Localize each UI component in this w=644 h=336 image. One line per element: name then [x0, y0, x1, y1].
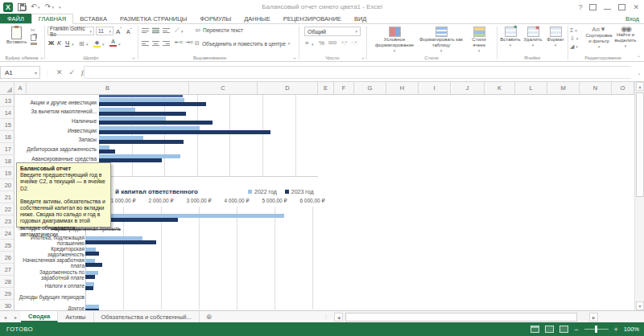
row-header-21[interactable]: 21 [0, 191, 14, 203]
expand-formula-bar-icon[interactable]: ⌄ [634, 66, 644, 79]
bold-button[interactable]: Ж [48, 39, 54, 47]
zoom-in-icon[interactable]: + [614, 326, 618, 334]
column-header-K[interactable]: K [485, 82, 515, 94]
increase-indent-icon[interactable]: ⇥≡ [185, 39, 193, 46]
row-header-13[interactable]: 13 [0, 95, 14, 107]
copy-icon[interactable] [31, 35, 36, 41]
insert-cells-button[interactable]: Вставить▾ [499, 27, 522, 48]
zoom-slider-thumb[interactable] [595, 326, 597, 333]
page-break-view-icon[interactable] [559, 326, 568, 333]
column-header-A[interactable]: A [14, 82, 27, 94]
decrease-font-icon[interactable]: Аˇ [126, 27, 131, 35]
currency-icon[interactable]: ¤ [305, 39, 308, 47]
wrap-text-button[interactable]: ⮒ Перенести текст [195, 27, 243, 33]
sort-filter-button[interactable]: АЯ▼ Сортировка и фильтр▾ [586, 27, 612, 50]
conditional-formatting-button[interactable]: Условное форматирование▾ [374, 27, 415, 54]
tab-insert[interactable]: ВСТАВКА [73, 14, 114, 23]
tab-page-layout[interactable]: РАЗМЕТКА СТРАНИЦЫ [114, 14, 193, 23]
number-format-select[interactable]: Общий▾ [304, 27, 361, 36]
row-header-28[interactable]: 28 [0, 276, 14, 288]
column-header-G[interactable]: G [354, 82, 386, 94]
increase-decimal-icon[interactable]: ⁺.⁰ [341, 40, 347, 46]
column-header-N[interactable]: N [580, 82, 612, 94]
increase-font-icon[interactable]: Аˆ [116, 27, 122, 35]
minimize-icon[interactable] [604, 9, 611, 10]
enter-formula-icon[interactable]: ✓ [69, 68, 76, 76]
name-box[interactable]: A1 ▾ [0, 66, 40, 79]
column-header-B[interactable]: B [27, 82, 189, 94]
scroll-up-icon[interactable]: ▲ [636, 82, 644, 91]
format-cells-button[interactable]: Формат▾ [544, 27, 567, 48]
help-button[interactable]: ? [578, 3, 582, 11]
tab-scroll-splitter[interactable]: ⋮ [323, 311, 329, 322]
row-header-23[interactable]: 23 [0, 215, 14, 227]
sheet-tab-active[interactable]: Сводка [21, 311, 58, 322]
fill-icon[interactable]: ⇩ ▾ [570, 35, 578, 42]
align-bottom-icon[interactable] [163, 27, 170, 34]
row-header-27[interactable]: 27 [0, 264, 14, 276]
fill-color-icon[interactable]: ◆ [93, 39, 101, 47]
row-header-26[interactable]: 26 [0, 252, 14, 264]
tab-review[interactable]: РЕЦЕНЗИРОВАНИЕ [277, 14, 348, 23]
clear-icon[interactable]: ◢ ▾ [570, 43, 578, 50]
font-name-select[interactable]: Franklin Gothic Bo▾ [47, 27, 94, 35]
alignment-dialog-launcher-icon[interactable]: ⌐ [293, 55, 296, 60]
sheet-nav-left-icon[interactable]: ◂ [0, 311, 10, 322]
maximize-icon[interactable] [618, 4, 625, 10]
comma-style-icon[interactable]: 000 [328, 40, 336, 45]
italic-button[interactable]: К [57, 39, 61, 47]
borders-icon[interactable]: ⊞ [79, 40, 85, 47]
cell-styles-button[interactable]: Стили ячеек▾ [465, 27, 493, 54]
align-top-icon[interactable] [142, 27, 149, 34]
zoom-out-icon[interactable]: − [574, 326, 578, 334]
tab-file[interactable]: ФАЙЛ [0, 14, 31, 23]
select-all-corner[interactable] [0, 82, 14, 94]
scroll-down-icon[interactable]: ▼ [636, 301, 644, 310]
align-right-icon[interactable] [163, 40, 170, 47]
font-dialog-launcher-icon[interactable]: ⌐ [132, 55, 135, 60]
page-layout-view-icon[interactable] [545, 326, 554, 333]
column-header-O[interactable]: O [612, 82, 634, 94]
row-header-17[interactable]: 17 [0, 143, 14, 155]
underline-button[interactable]: Ч [65, 39, 69, 47]
zoom-slider[interactable] [584, 329, 609, 330]
ribbon-display-options-icon[interactable] [589, 4, 597, 10]
align-middle-icon[interactable] [152, 27, 159, 34]
sheet-nav-right-icon[interactable]: ▸ [10, 311, 21, 322]
decrease-decimal-icon[interactable]: ⁻.⁰ [351, 40, 357, 46]
formula-input[interactable] [84, 66, 631, 79]
column-header-J[interactable]: J [451, 82, 485, 94]
font-color-icon[interactable]: А [109, 39, 117, 47]
normal-view-icon[interactable] [530, 326, 539, 333]
underline-caret-icon[interactable]: ▾ [72, 42, 74, 47]
decrease-indent-icon[interactable]: ⇤≡ [175, 39, 183, 46]
row-header-14[interactable]: 14 [0, 107, 14, 119]
align-left-icon[interactable] [142, 40, 149, 47]
format-as-table-button[interactable]: Форматировать как таблицу▾ [419, 27, 464, 54]
row-header-20[interactable]: 20 [0, 179, 14, 191]
tab-data[interactable]: ДАННЫЕ [237, 14, 277, 23]
merge-center-button[interactable]: ⊟ Объединить и поместить в центре ▾ [195, 40, 290, 47]
scroll-left-icon[interactable]: ◀ [334, 313, 343, 322]
horizontal-scroll-thumb[interactable] [345, 313, 577, 322]
row-header-18[interactable]: 18 [0, 155, 14, 167]
row-header-30[interactable]: 30 [0, 300, 14, 310]
vertical-scroll-thumb[interactable] [636, 92, 644, 197]
column-header-L[interactable]: L [515, 82, 547, 94]
name-box-caret-icon[interactable]: ▾ [35, 70, 37, 76]
column-header-C[interactable]: C [189, 82, 258, 94]
column-header-D[interactable]: D [258, 82, 318, 94]
cancel-formula-icon[interactable]: ✕ [56, 68, 63, 76]
row-header-15[interactable]: 15 [0, 119, 14, 131]
row-header-25[interactable]: 25 [0, 240, 14, 252]
sheet-tab-inactive[interactable]: Активы [58, 311, 93, 322]
cut-icon[interactable]: ✂ [31, 27, 37, 33]
close-icon[interactable]: ✕ [633, 3, 639, 11]
horizontal-scrollbar[interactable]: ◀ ▶ [334, 311, 598, 322]
collapse-ribbon-icon[interactable]: ⌃ [637, 55, 641, 60]
autosum-icon[interactable]: Σ ▾ [570, 27, 578, 34]
orientation-icon[interactable]: ⟋ [175, 27, 180, 35]
column-header-I[interactable]: I [419, 82, 451, 94]
row-header-24[interactable]: 24 [0, 227, 14, 240]
clipboard-dialog-launcher-icon[interactable]: ⌐ [40, 55, 43, 60]
